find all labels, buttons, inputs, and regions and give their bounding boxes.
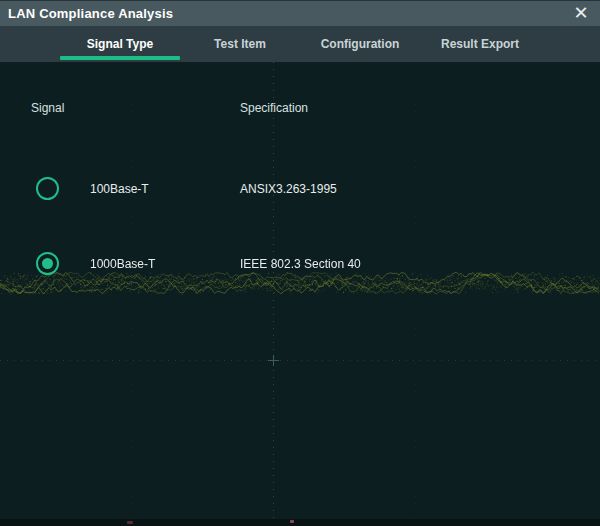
bottom-marker-red — [127, 521, 133, 524]
title-bar: LAN Compliance Analysis ✕ — [0, 0, 600, 26]
signal-row-100base-t[interactable]: 100Base-T ANSIX3.263-1995 — [0, 170, 600, 208]
close-icon: ✕ — [573, 3, 588, 23]
tab-label: Signal Type — [87, 37, 153, 51]
tab-label: Configuration — [321, 37, 400, 51]
tab-configuration[interactable]: Configuration — [300, 26, 420, 62]
tab-label: Result Export — [441, 37, 519, 51]
tab-test-item[interactable]: Test Item — [180, 26, 300, 62]
column-header-signal: Signal — [31, 101, 64, 115]
tab-label: Test Item — [214, 37, 266, 51]
radio-1000base-t[interactable] — [36, 252, 59, 275]
bottom-marker-pink — [290, 520, 294, 523]
radio-100base-t[interactable] — [36, 177, 59, 200]
screen-bottom-edge — [0, 519, 600, 526]
radio-dot-icon — [42, 258, 53, 269]
tab-signal-type[interactable]: Signal Type — [60, 26, 180, 62]
tab-result-export[interactable]: Result Export — [420, 26, 540, 62]
signal-name: 100Base-T — [90, 170, 149, 208]
dialog-title: LAN Compliance Analysis — [0, 6, 173, 21]
signal-specification: IEEE 802.3 Section 40 — [240, 245, 361, 283]
column-header-specification: Specification — [240, 101, 308, 115]
lan-compliance-dialog: LAN Compliance Analysis ✕ Signal Type Te… — [0, 0, 600, 526]
signal-name: 1000Base-T — [90, 245, 155, 283]
signal-row-1000base-t[interactable]: 1000Base-T IEEE 802.3 Section 40 — [0, 245, 600, 283]
tab-bar: Signal Type Test Item Configuration Resu… — [0, 26, 600, 62]
close-button[interactable]: ✕ — [567, 1, 595, 27]
signal-specification: ANSIX3.263-1995 — [240, 170, 337, 208]
